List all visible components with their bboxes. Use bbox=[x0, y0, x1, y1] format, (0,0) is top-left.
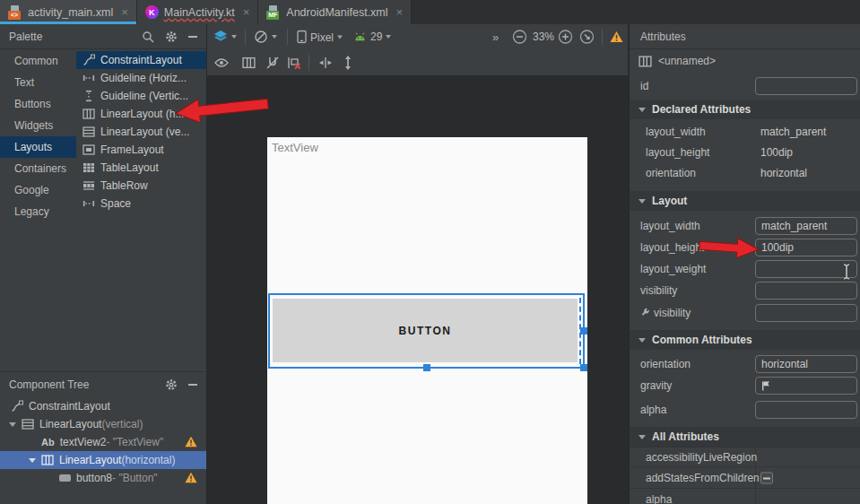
gravity-field[interactable] bbox=[755, 377, 857, 395]
overflow-chevrons-icon[interactable]: » bbox=[492, 30, 499, 44]
expand-arrow-icon[interactable] bbox=[9, 422, 16, 427]
button-icon bbox=[59, 474, 71, 482]
collapse-arrow-icon bbox=[638, 199, 646, 204]
palette-item-guideline-horizontal[interactable]: Guideline (Horiz... bbox=[76, 69, 206, 87]
palette-item-guideline-vertical[interactable]: Guideline (Vertic... bbox=[76, 87, 206, 105]
view-options-eye-icon[interactable] bbox=[214, 57, 229, 67]
pack-horizontally-icon[interactable] bbox=[318, 56, 333, 69]
design-canvas[interactable]: TextView BUTTON bbox=[207, 75, 628, 504]
tab-mainactivity-kt[interactable]: K MainActivity.kt × bbox=[137, 0, 259, 24]
android-icon bbox=[353, 31, 367, 42]
close-icon[interactable]: × bbox=[121, 6, 128, 18]
textview-widget[interactable]: TextView bbox=[272, 141, 318, 154]
orientation-icon[interactable] bbox=[254, 30, 277, 44]
gear-icon[interactable] bbox=[165, 378, 178, 391]
selected-component-icon[interactable] bbox=[242, 56, 256, 69]
palette-item-tablelayout[interactable]: TableLayout bbox=[76, 159, 206, 177]
close-icon[interactable]: × bbox=[396, 6, 404, 18]
zoom-out-button[interactable] bbox=[512, 30, 527, 45]
layout-width-field[interactable]: match_parent bbox=[755, 217, 857, 235]
gear-icon[interactable] bbox=[165, 30, 178, 43]
palette-category-containers[interactable]: Containers bbox=[0, 158, 76, 179]
expand-vertically-icon[interactable] bbox=[342, 56, 354, 70]
hide-panel-icon[interactable] bbox=[188, 384, 197, 386]
declared-orientation-row[interactable]: orientation horizontal bbox=[630, 162, 860, 183]
layout-weight-row: layout_weight bbox=[630, 260, 860, 278]
tab-label: activity_main.xml bbox=[28, 6, 113, 19]
palette-item-tablerow[interactable]: TableRow bbox=[76, 177, 206, 195]
design-toolbar: Pixel 29 » 33 bbox=[207, 24, 628, 49]
tree-item-button8[interactable]: button8- "Button" bbox=[0, 469, 206, 487]
attributes-panel: Attributes <unnamed> id Declared Attribu… bbox=[628, 24, 860, 504]
palette-category-buttons[interactable]: Buttons bbox=[0, 93, 76, 115]
section-all-attributes[interactable]: All Attributes bbox=[630, 427, 860, 447]
palette-category-legacy[interactable]: Legacy bbox=[0, 201, 76, 222]
tree-item-linearlayout-vertical[interactable]: LinearLayout(vertical) bbox=[0, 415, 206, 433]
palette-category-layouts[interactable]: Layouts bbox=[0, 136, 76, 158]
button-widget[interactable]: BUTTON bbox=[273, 299, 578, 362]
palette-item-linearlayout-horizontal[interactable]: LinearLayout (h... bbox=[76, 105, 206, 123]
close-icon[interactable]: × bbox=[243, 6, 250, 18]
palette-categories: Common Text Buttons Widgets Layouts Cont… bbox=[0, 50, 76, 222]
guideline-horizontal-icon bbox=[83, 72, 95, 84]
resize-handle-right[interactable] bbox=[580, 327, 587, 335]
expand-arrow-icon[interactable] bbox=[29, 458, 36, 463]
hide-panel-icon[interactable] bbox=[188, 36, 197, 38]
section-declared-attributes[interactable]: Declared Attributes bbox=[630, 100, 860, 119]
selected-linearlayout-bounds[interactable]: BUTTON bbox=[268, 293, 585, 369]
palette-item-linearlayout-vertical[interactable]: LinearLayout (ve... bbox=[76, 123, 206, 141]
tristate-checkbox[interactable] bbox=[760, 473, 773, 484]
palette-item-constraintlayout[interactable]: ConstraintLayout bbox=[76, 51, 206, 69]
attributes-header: Attributes bbox=[630, 24, 860, 49]
palette-category-google[interactable]: Google bbox=[0, 179, 76, 201]
guideline-vertical-icon bbox=[83, 90, 95, 102]
autoconnect-off-magnet-icon[interactable] bbox=[265, 56, 280, 70]
layout-height-field[interactable]: 100dip bbox=[755, 239, 857, 256]
all-addstatesfromchildren-row[interactable]: addStatesFromChildren bbox=[630, 468, 860, 489]
device-screen[interactable]: TextView BUTTON bbox=[267, 137, 587, 504]
palette-item-space[interactable]: Space bbox=[76, 195, 206, 213]
declared-layout-width-row[interactable]: layout_width match_parent bbox=[630, 121, 860, 142]
device-selector[interactable]: Pixel bbox=[297, 30, 343, 44]
all-accessibilityliveregion-row[interactable]: accessibilityLiveRegion bbox=[630, 447, 860, 467]
section-layout[interactable]: Layout bbox=[630, 191, 860, 211]
tab-label: AndroidManifest.xml bbox=[286, 6, 387, 19]
warnings-button[interactable] bbox=[610, 31, 623, 43]
palette-category-widgets[interactable]: Widgets bbox=[0, 115, 76, 136]
component-name: <unnamed> bbox=[658, 55, 716, 67]
visibility-field[interactable] bbox=[755, 282, 857, 300]
design-mode-icon[interactable] bbox=[213, 30, 237, 44]
common-alpha-row: alpha bbox=[630, 401, 860, 419]
palette-header: Palette bbox=[0, 24, 206, 49]
resize-handle-corner[interactable] bbox=[580, 364, 587, 371]
tree-item-textview2[interactable]: Ab textView2- "TextView" bbox=[0, 433, 206, 451]
design-editor: Pixel 29 » 33 bbox=[207, 24, 628, 504]
tab-activity-main-xml[interactable]: <> activity_main.xml × bbox=[0, 0, 137, 24]
palette-category-text[interactable]: Text bbox=[0, 72, 76, 93]
alpha-field[interactable] bbox=[755, 401, 857, 419]
collapse-arrow-icon bbox=[638, 435, 646, 439]
tab-androidmanifest-xml[interactable]: MF AndroidManifest.xml × bbox=[258, 0, 412, 24]
orientation-field[interactable]: horizontal bbox=[755, 355, 857, 373]
id-field[interactable] bbox=[755, 77, 857, 95]
warning-icon[interactable] bbox=[185, 436, 197, 448]
constraint-layout-icon bbox=[11, 400, 23, 413]
zoom-to-fit-button[interactable] bbox=[579, 30, 595, 45]
search-icon[interactable] bbox=[142, 30, 154, 43]
tree-item-constraintlayout[interactable]: ConstraintLayout bbox=[0, 397, 206, 415]
palette-item-framelayout[interactable]: FrameLayout bbox=[76, 141, 206, 159]
chevron-down-icon bbox=[386, 35, 391, 39]
tree-item-linearlayout-horizontal[interactable]: LinearLayout(horizontal) bbox=[0, 451, 206, 469]
text-cursor-icon bbox=[842, 264, 851, 280]
palette-category-common[interactable]: Common bbox=[0, 50, 76, 72]
declared-layout-height-row[interactable]: layout_height 100dip bbox=[630, 142, 860, 162]
section-common-attributes[interactable]: Common Attributes bbox=[630, 330, 860, 350]
linearlayout-horizontal-icon bbox=[83, 108, 95, 120]
resize-handle-bottom[interactable] bbox=[423, 364, 430, 371]
api-selector[interactable]: 29 bbox=[353, 30, 391, 43]
warning-icon[interactable] bbox=[185, 472, 197, 483]
all-alpha-row[interactable]: alpha bbox=[630, 490, 860, 504]
tools-visibility-field[interactable] bbox=[755, 304, 857, 322]
zoom-in-button[interactable] bbox=[558, 30, 573, 45]
clear-constraints-icon[interactable] bbox=[287, 56, 301, 70]
